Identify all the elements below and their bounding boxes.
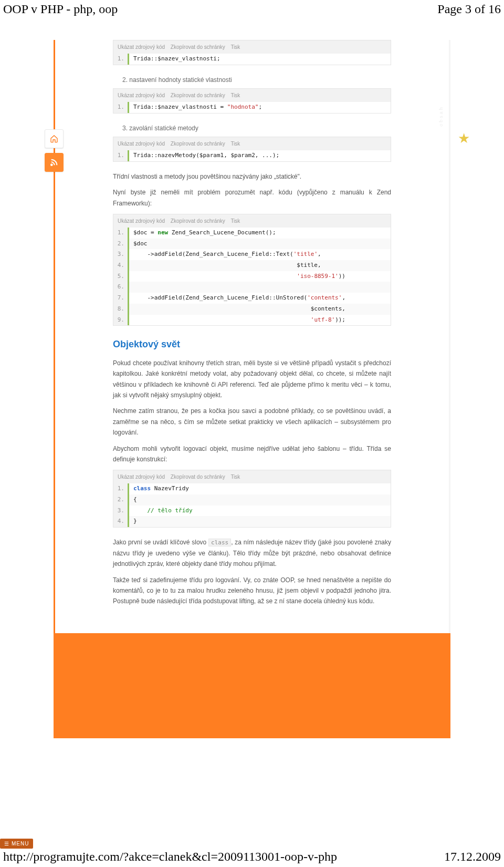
line-number: 2. [113, 239, 129, 250]
code-line: // tělo třídy [129, 505, 391, 517]
menu-icon: ☰ [4, 841, 9, 847]
line-number: 1. [113, 54, 129, 65]
code-line: Trida::$nazev_vlastnosti; [129, 54, 391, 65]
code-toolbar-copy[interactable]: Zkopírovat do schránky [171, 141, 225, 147]
line-number: 4. [113, 260, 129, 271]
code-toolbar-print[interactable]: Tisk [230, 92, 240, 98]
code-block-3: Ukázat zdrojový kód Zkopírovat do schrán… [113, 137, 391, 162]
page-indicator: Page 3 of 16 [437, 2, 501, 16]
code-line: ->addField(Zend_Search_Lucene_Field::Tex… [129, 249, 391, 260]
numbered-step-2: 2. nastavení hodnoty statické vlastnosti [122, 75, 391, 85]
code-toolbar-show[interactable]: Ukázat zdrojový kód [118, 92, 165, 98]
line-number: 8. [113, 304, 129, 315]
code-line: 'iso-8859-1')) [129, 271, 391, 282]
code-toolbar-show[interactable]: Ukázat zdrojový kód [118, 141, 165, 147]
code-toolbar: Ukázat zdrojový kód Zkopírovat do schrán… [113, 40, 391, 54]
page-title: OOP v PHP - php, oop [3, 2, 118, 16]
line-number: 3. [113, 249, 129, 260]
line-number: 2. [113, 494, 129, 505]
line-number: 7. [113, 293, 129, 304]
code-toolbar-show[interactable]: Ukázat zdrojový kód [118, 474, 165, 480]
code-line: { [129, 494, 391, 505]
code-toolbar: Ukázat zdrojový kód Zkopírovat do schrán… [113, 214, 391, 228]
code-toolbar-copy[interactable]: Zkopírovat do schránky [171, 218, 225, 224]
code-block-1: Ukázat zdrojový kód Zkopírovat do schrán… [113, 40, 391, 65]
rss-icon[interactable] [45, 153, 64, 172]
code-block-4: Ukázat zdrojový kód Zkopírovat do schrán… [113, 214, 391, 326]
svg-point-0 [51, 164, 52, 166]
numbered-step-3: 3. zavolání statické metody [122, 123, 391, 133]
line-number: 9. [113, 315, 129, 326]
paragraph-static: Třídní vlastnosti a metody jsou povětšin… [113, 171, 391, 182]
line-number: 4. [113, 516, 129, 527]
code-toolbar-print[interactable]: Tisk [230, 44, 240, 50]
inline-code-class: class [208, 539, 231, 546]
paragraph-logging: Takže teď si zadefinujeme třídu pro logo… [113, 575, 391, 607]
code-toolbar-copy[interactable]: Zkopírovat do schránky [171, 92, 225, 98]
paragraph-intro-2: Nechme zatím stranou, že pes a kočka jso… [113, 406, 391, 438]
code-line: $doc = new Zend_Search_Lucene_Document()… [129, 228, 391, 239]
bottom-banner [54, 633, 450, 738]
line-number: 1. [113, 150, 129, 161]
code-line [129, 282, 391, 293]
code-block-5: Ukázat zdrojový kód Zkopírovat do schrán… [113, 470, 391, 528]
code-line: ->addField(Zend_Search_Lucene_Field::UnS… [129, 293, 391, 304]
code-line: } [129, 516, 391, 527]
line-number: 1. [113, 102, 129, 113]
line-number: 1. [113, 483, 129, 494]
line-number: 6. [113, 282, 129, 293]
home-icon[interactable] [45, 129, 64, 148]
paragraph-intro-3: Abychom mohli vytvořit logovací objekt, … [113, 443, 391, 465]
code-toolbar: Ukázat zdrojový kód Zkopírovat do schrán… [113, 137, 391, 150]
line-number: 5. [113, 271, 129, 282]
code-toolbar-copy[interactable]: Zkopírovat do schránky [171, 474, 225, 480]
sidebar-label: obsah [438, 106, 444, 127]
footer-url: http://programujte.com/?akce=clanek&cl=2… [3, 850, 337, 864]
code-toolbar-show[interactable]: Ukázat zdrojový kód [118, 44, 165, 50]
code-line: $doc [129, 239, 391, 250]
code-toolbar-print[interactable]: Tisk [230, 141, 240, 147]
code-toolbar: Ukázat zdrojový kód Zkopírovat do schrán… [113, 89, 391, 102]
paragraph-intro-1: Pokud chcete používat knihovny třetích s… [113, 358, 391, 401]
code-toolbar-show[interactable]: Ukázat zdrojový kód [118, 218, 165, 224]
line-number: 3. [113, 505, 129, 517]
code-line: $title, [129, 260, 391, 271]
code-toolbar-copy[interactable]: Zkopírovat do schránky [171, 44, 225, 50]
code-block-2: Ukázat zdrojový kód Zkopírovat do schrán… [113, 88, 391, 113]
code-toolbar-print[interactable]: Tisk [230, 218, 240, 224]
code-toolbar-print[interactable]: Tisk [230, 474, 240, 480]
footer-date: 17.12.2009 [444, 850, 501, 864]
code-line: $contents, [129, 304, 391, 315]
star-icon[interactable]: ★ [455, 129, 472, 147]
section-heading-objektovy-svet: Objektový svět [113, 336, 391, 353]
paragraph-zend-intro: Nyní byste již neměli mít problém porozu… [113, 187, 391, 209]
code-line: Trida::$nazev_vlastnosti = "hodnota"; [129, 102, 391, 113]
code-line: class NazevTridy [129, 483, 391, 494]
line-number: 1. [113, 228, 129, 239]
code-toolbar: Ukázat zdrojový kód Zkopírovat do schrán… [113, 470, 391, 483]
code-line: Trida::nazevMetody($param1, $param2, ...… [129, 150, 391, 161]
menu-label: MENU [12, 841, 29, 847]
article-body: Ukázat zdrojový kód Zkopírovat do schrán… [55, 40, 449, 633]
code-line: 'utf-8')); [129, 315, 391, 326]
menu-tab[interactable]: ☰ MENU [0, 839, 33, 849]
paragraph-class-explain: Jako první se uvádí klíčové slovo class,… [113, 537, 391, 569]
